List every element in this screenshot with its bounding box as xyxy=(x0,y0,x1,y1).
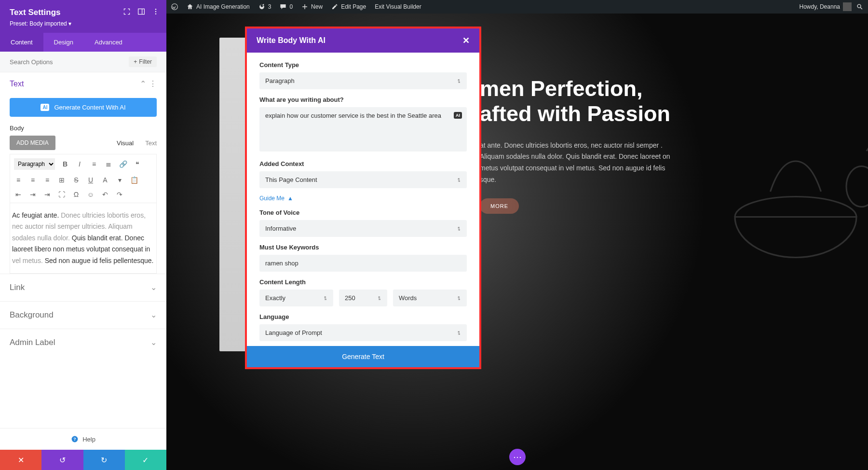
close-icon[interactable]: ✕ xyxy=(462,35,470,46)
editor-tab-visual[interactable]: Visual xyxy=(117,139,134,147)
settings-sidebar: Text Settings Preset: Body imported ▾ Co… xyxy=(0,0,166,470)
chevron-up-icon[interactable]: ⌃ xyxy=(140,80,146,88)
outdent-icon[interactable]: ⇥ xyxy=(43,190,52,199)
length-mode-select[interactable]: Exactly xyxy=(259,290,333,306)
svg-point-3 xyxy=(155,9,156,10)
panel-icon[interactable] xyxy=(137,8,145,15)
background-section[interactable]: Background⌄ xyxy=(0,301,166,329)
wp-updates[interactable]: 3 xyxy=(258,3,271,10)
wp-admin-bar: AI Image Generation 3 0 New Edit Page Ex… xyxy=(166,0,868,14)
omega-icon[interactable]: Ω xyxy=(72,190,81,199)
content-type-label: Content Type xyxy=(259,61,467,69)
guide-me-toggle[interactable]: Guide Me▲ xyxy=(259,195,293,202)
strike-icon[interactable]: S xyxy=(72,176,81,184)
search-input[interactable] xyxy=(10,58,129,66)
italic-icon[interactable]: I xyxy=(75,160,84,168)
bold-icon[interactable]: B xyxy=(61,160,69,168)
wp-howdy[interactable]: Howdy, Deanna xyxy=(800,2,852,11)
chevron-down-icon: ⌄ xyxy=(150,338,157,347)
svg-point-4 xyxy=(155,11,156,12)
link-icon[interactable]: 🔗 xyxy=(119,160,127,168)
context-select[interactable]: This Page Content xyxy=(259,171,467,188)
save-button[interactable]: ✓ xyxy=(125,450,166,470)
wp-exit-builder[interactable]: Exit Visual Builder xyxy=(375,3,421,10)
svg-point-5 xyxy=(155,14,156,14)
generate-text-button[interactable]: Generate Text xyxy=(247,346,479,367)
underline-icon[interactable]: U xyxy=(86,176,95,184)
admin-label-section[interactable]: Admin Label⌄ xyxy=(0,329,166,356)
paragraph-select[interactable]: Paragraph xyxy=(14,158,55,170)
keywords-label: Must Use Keywords xyxy=(259,244,467,251)
editor-tab-text[interactable]: Text xyxy=(145,139,157,147)
tab-content[interactable]: Content xyxy=(0,33,43,52)
search-icon[interactable] xyxy=(856,3,863,10)
ai-modal: Write Body With AI ✕ Content Type Paragr… xyxy=(245,27,481,369)
generate-content-ai-button[interactable]: AI Generate Content With AI xyxy=(10,98,157,117)
align-center-icon[interactable]: ≡ xyxy=(28,176,37,184)
focus-icon[interactable] xyxy=(123,8,131,15)
add-media-button[interactable]: ADD MEDIA xyxy=(10,136,55,150)
bullet-list-icon[interactable]: ≡ xyxy=(90,160,98,168)
redo-button[interactable]: ↻ xyxy=(83,450,125,470)
chevron-down-icon: ⌄ xyxy=(150,310,157,319)
wp-new[interactable]: New xyxy=(301,3,323,10)
close-button[interactable]: ✕ xyxy=(0,450,41,470)
chevron-down-icon: ⌄ xyxy=(150,283,157,292)
filter-button[interactable]: +Filter xyxy=(129,56,157,67)
paste-icon[interactable]: 📋 xyxy=(130,176,138,184)
context-label: Added Context xyxy=(259,160,467,167)
wp-logo-icon[interactable] xyxy=(171,3,178,10)
editor-content[interactable]: Ac feugiat ante. Donec ultricies loborti… xyxy=(10,203,157,274)
more-color-icon[interactable]: ▾ xyxy=(115,176,124,184)
quote-icon[interactable]: ❝ xyxy=(133,160,142,168)
link-section[interactable]: Link⌄ xyxy=(0,274,166,301)
ai-assist-icon[interactable]: AI xyxy=(454,112,462,119)
wp-site-name[interactable]: AI Image Generation xyxy=(187,3,250,10)
undo-button[interactable]: ↺ xyxy=(41,450,83,470)
length-unit-select[interactable]: Words xyxy=(393,290,467,306)
indent-left-icon[interactable]: ⇤ xyxy=(14,190,23,199)
undo-icon[interactable]: ↶ xyxy=(101,190,109,199)
svg-point-8 xyxy=(846,166,868,207)
keywords-input[interactable] xyxy=(259,255,467,272)
body-label: Body xyxy=(0,124,166,136)
wp-comments[interactable]: 0 xyxy=(280,3,293,10)
length-label: Content Length xyxy=(259,278,467,286)
search-row: +Filter xyxy=(0,52,166,72)
bowl-illustration xyxy=(694,100,868,303)
section-more-icon[interactable]: ⋮ xyxy=(149,80,157,88)
table-icon[interactable]: ⊞ xyxy=(57,176,66,184)
cta-button[interactable]: MORE xyxy=(480,198,519,214)
align-right-icon[interactable]: ≡ xyxy=(43,176,52,184)
about-textarea[interactable] xyxy=(259,107,467,152)
tab-advanced[interactable]: Advanced xyxy=(84,33,133,52)
preset-dropdown[interactable]: Preset: Body imported ▾ xyxy=(10,20,157,27)
text-section-title[interactable]: Text xyxy=(10,80,24,88)
modal-title: Write Body With AI xyxy=(257,36,326,45)
about-label: What are you writing about? xyxy=(259,96,467,103)
more-icon[interactable] xyxy=(152,8,160,15)
help-link[interactable]: ? Help xyxy=(0,428,166,450)
tone-select[interactable]: Informative xyxy=(259,220,467,237)
align-left-icon[interactable]: ≡ xyxy=(14,176,23,184)
page-body: at ante. Donec ultricies lobortis eros, … xyxy=(480,140,673,186)
indent-right-icon[interactable]: ⇥ xyxy=(28,190,37,199)
builder-fab-button[interactable]: ⋯ xyxy=(509,449,526,465)
content-type-select[interactable]: Paragraph xyxy=(259,72,467,89)
modal-header: Write Body With AI ✕ xyxy=(247,28,479,53)
language-select[interactable]: Language of Prompt xyxy=(259,324,467,341)
emoji-icon[interactable]: ☺ xyxy=(86,190,95,199)
editor-toolbar: Paragraph B I ≡ ≣ 🔗 ❝ ≡ ≡ ≡ ⊞ S U A ▾ 📋 … xyxy=(10,154,157,203)
sidebar-header: Text Settings Preset: Body imported ▾ xyxy=(0,0,166,33)
textcolor-icon[interactable]: A xyxy=(101,176,109,184)
wp-edit-page[interactable]: Edit Page xyxy=(331,3,366,10)
length-count-input[interactable] xyxy=(339,290,387,306)
avatar xyxy=(843,2,852,11)
redo-icon[interactable]: ↷ xyxy=(115,190,124,199)
tab-design[interactable]: Design xyxy=(43,33,84,52)
fullscreen-icon[interactable]: ⛶ xyxy=(57,190,66,199)
number-list-icon[interactable]: ≣ xyxy=(104,160,113,168)
svg-point-1 xyxy=(857,4,861,8)
language-label: Language xyxy=(259,313,467,320)
tone-label: Tone of Voice xyxy=(259,209,467,216)
